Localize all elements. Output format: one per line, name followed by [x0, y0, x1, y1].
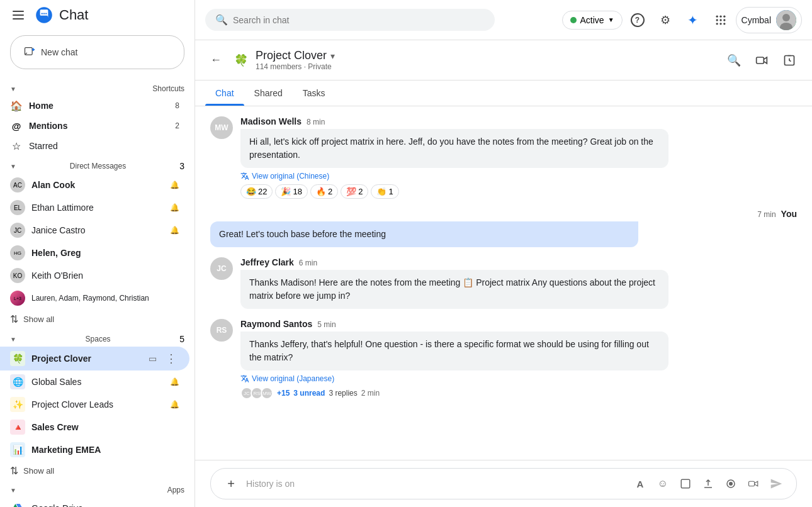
tab-shared[interactable]: Shared: [244, 81, 293, 106]
chat-name-chevron-icon[interactable]: ▾: [330, 51, 335, 61]
svg-point-1: [42, 13, 43, 14]
reaction-100[interactable]: 💯2: [341, 184, 368, 199]
sidebar-item-keith[interactable]: KO Keith O'Brien: [0, 264, 189, 287]
sidebar-item-helen[interactable]: HG Helen, Greg: [0, 242, 189, 264]
sidebar-item-home[interactable]: 🏠 Home 8: [0, 96, 189, 116]
svg-rect-19: [681, 479, 690, 488]
reaction-fire[interactable]: 🔥2: [310, 184, 338, 199]
janice-avatar: JC: [10, 223, 25, 238]
help-button[interactable]: ?: [625, 8, 650, 33]
raymond-translate-link[interactable]: View original (Japanese): [240, 374, 797, 383]
madison-msg-bubble: Hi all, let's kick off project matrix in…: [240, 129, 668, 168]
video-button[interactable]: [743, 474, 764, 494]
apps-chevron: ▼: [10, 487, 16, 494]
sidebar-item-marketing-emea[interactable]: 📊 Marketing EMEA: [0, 438, 189, 461]
spaces-chevron: ▼: [10, 336, 16, 343]
new-chat-button[interactable]: New chat: [10, 35, 184, 69]
chat-timer-button[interactable]: [777, 48, 802, 73]
status-button[interactable]: Active ▼: [562, 11, 623, 30]
google-drive-label: Google Drive: [31, 503, 179, 507]
sidebar-item-project-clover[interactable]: 🍀 Project Clover ▭ ⋮: [0, 347, 189, 370]
tab-chat[interactable]: Chat: [205, 81, 244, 106]
sidebar: Chat New chat ▼ Shortcuts 🏠 Home 8 @ Men…: [0, 0, 195, 507]
chat-search-button[interactable]: 🔍: [721, 48, 747, 73]
sidebar-item-janice[interactable]: JC Janice Castro 🔔: [0, 219, 189, 242]
sales-crew-label: Sales Crew: [31, 422, 179, 432]
send-button[interactable]: [766, 474, 786, 494]
you-msg-header: You 7 min: [210, 209, 797, 219]
emoji-icon: ☺: [658, 478, 668, 489]
translate-icon: [240, 172, 249, 181]
emoji-button[interactable]: ☺: [653, 474, 673, 494]
new-chat-icon: [23, 46, 36, 58]
sidebar-item-project-clover-leads[interactable]: ✨ Project Clover Leads 🔔: [0, 393, 189, 416]
svg-point-6: [719, 15, 721, 17]
apps-section-header[interactable]: ▼ Apps: [0, 481, 195, 497]
mention-button[interactable]: [675, 474, 696, 494]
global-sales-icon: 🌐: [10, 374, 25, 389]
svg-point-10: [723, 19, 725, 21]
record-button[interactable]: [721, 474, 741, 494]
sparkle-button[interactable]: ✦: [680, 8, 706, 33]
grid-icon: [714, 14, 727, 26]
shortcuts-section-header[interactable]: ▼ Shortcuts: [0, 79, 195, 96]
main-content: 🔍 Active ▼ ? ⚙ ✦: [195, 0, 812, 507]
helen-avatar: HG: [10, 245, 25, 260]
reaction-party[interactable]: 🎉18: [275, 184, 307, 199]
raymond-replies-bar[interactable]: JC RS MW +15 3 unread 3 replies 2 min: [240, 387, 797, 399]
project-clover-leads-icon: ✨: [10, 397, 25, 412]
reaction-clap[interactable]: 👏1: [371, 184, 398, 199]
svg-point-2: [43, 13, 45, 14]
google-chat-logo: [34, 5, 54, 25]
sidebar-item-starred[interactable]: ☆ Starred: [0, 136, 189, 156]
settings-button[interactable]: ⚙: [653, 8, 678, 33]
back-button[interactable]: ←: [205, 48, 227, 72]
dm-show-all[interactable]: ⇅ Show all: [0, 309, 195, 329]
add-button[interactable]: +: [221, 474, 241, 494]
sidebar-item-sales-crew[interactable]: 🔺 Sales Crew: [0, 416, 189, 438]
user-profile[interactable]: Cymbal: [736, 7, 802, 33]
ethan-avatar: EL: [10, 200, 25, 215]
spaces-section-header[interactable]: ▼ Spaces 5: [0, 329, 195, 347]
dm-count: 3: [179, 161, 184, 171]
sidebar-item-mentions[interactable]: @ Mentions 2: [0, 116, 189, 136]
project-clover-icon: 🍀: [10, 351, 25, 366]
madison-sender-name: Madison Wells: [240, 116, 302, 126]
sidebar-item-lauren[interactable]: L+3 Lauren, Adam, Raymond, Christian: [0, 287, 189, 309]
sidebar-item-global-sales[interactable]: 🌐 Global Sales 🔔: [0, 370, 189, 393]
chat-search-icon: 🔍: [727, 53, 741, 67]
home-icon: 🏠: [10, 99, 23, 112]
lauren-label: Lauren, Adam, Raymond, Christian: [31, 294, 179, 303]
sparkle-icon: ✦: [687, 13, 698, 28]
more-options-icon[interactable]: ⋮: [163, 350, 179, 367]
status-label: Active: [580, 15, 604, 25]
spaces-show-all[interactable]: ⇅ Show all: [0, 461, 195, 481]
format-text-button[interactable]: A: [630, 474, 650, 494]
raymond-avatar: RS: [210, 319, 233, 342]
home-label: Home: [29, 101, 169, 111]
settings-icon: ⚙: [660, 13, 670, 27]
madison-translate-link[interactable]: View original (Chinese): [240, 172, 797, 181]
reaction-laugh[interactable]: 😂22: [240, 184, 273, 199]
input-placeholder[interactable]: History is on: [246, 479, 625, 489]
sidebar-item-alan[interactable]: AC Alan Cook 🔔: [0, 174, 189, 196]
upload-button[interactable]: [698, 474, 718, 494]
message-jeffrey: JC Jeffrey Clark 6 min Thanks Madison! H…: [210, 257, 797, 309]
tab-tasks[interactable]: Tasks: [293, 81, 336, 106]
raymond-msg-body: Raymond Santos 5 min Thanks Jeffery, tha…: [240, 319, 797, 399]
hamburger-menu[interactable]: [8, 6, 29, 25]
madison-reactions: 😂22 🎉18 🔥2 💯2 👏1: [240, 184, 797, 199]
search-icon: 🔍: [215, 14, 228, 26]
chat-video-button[interactable]: [749, 48, 774, 73]
raymond-translate-text: View original (Japanese): [252, 374, 334, 383]
chat-name: Project Clover ▾: [256, 49, 714, 62]
project-clover-leads-pin: 🔔: [170, 400, 179, 409]
sidebar-item-ethan[interactable]: EL Ethan Lattimore 🔔: [0, 196, 189, 219]
messages-area: MW Madison Wells 8 min Hi all, let's kic…: [195, 106, 812, 460]
apps-button[interactable]: [708, 8, 733, 33]
keith-label: Keith O'Brien: [31, 270, 179, 281]
you-msg-time: 7 min: [757, 210, 775, 219]
search-input[interactable]: [233, 15, 485, 25]
dm-section-header[interactable]: ▼ Direct Messages 3: [0, 156, 195, 174]
sidebar-item-google-drive[interactable]: Google Drive: [0, 497, 189, 507]
